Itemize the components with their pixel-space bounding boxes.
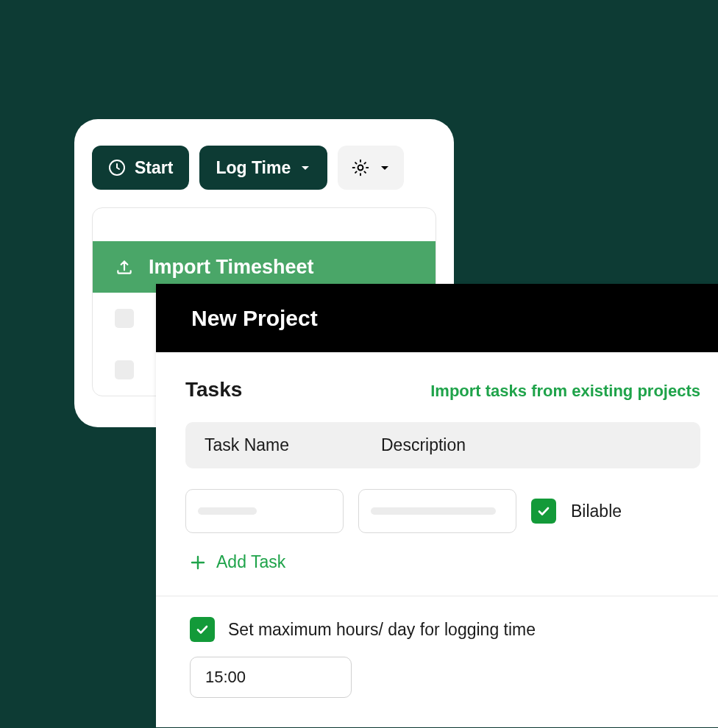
max-hours-row: Set maximum hours/ day for logging time bbox=[185, 617, 700, 642]
max-hours-input[interactable]: 15:00 bbox=[190, 657, 352, 698]
placeholder-bar bbox=[198, 507, 257, 515]
caret-down-icon bbox=[299, 162, 311, 174]
add-task-button[interactable]: Add Task bbox=[190, 549, 700, 575]
billable-label: Bilable bbox=[571, 502, 622, 521]
panel-title: New Project bbox=[191, 306, 318, 331]
billable-checkbox[interactable] bbox=[531, 499, 556, 524]
log-time-button[interactable]: Log Time bbox=[199, 146, 327, 190]
plus-icon bbox=[190, 554, 206, 571]
start-button[interactable]: Start bbox=[92, 146, 189, 190]
max-hours-label: Set maximum hours/ day for logging time bbox=[228, 620, 536, 640]
check-icon bbox=[195, 622, 210, 637]
tasks-header: Tasks Import tasks from existing project… bbox=[185, 378, 700, 402]
placeholder-bar bbox=[371, 507, 496, 515]
upload-icon bbox=[115, 257, 134, 276]
column-task-name: Task Name bbox=[205, 435, 359, 455]
section-divider bbox=[156, 596, 718, 596]
panel-header: New Project bbox=[156, 284, 718, 352]
task-name-input[interactable] bbox=[185, 489, 344, 533]
svg-point-1 bbox=[358, 165, 363, 171]
list-spacer bbox=[93, 208, 436, 241]
max-hours-checkbox[interactable] bbox=[190, 617, 215, 642]
log-time-button-label: Log Time bbox=[216, 158, 291, 178]
new-project-panel: New Project Tasks Import tasks from exis… bbox=[156, 284, 718, 727]
task-description-input[interactable] bbox=[358, 489, 516, 533]
check-icon bbox=[536, 504, 551, 518]
clock-icon bbox=[108, 159, 126, 176]
caret-down-icon bbox=[379, 162, 391, 174]
panel-body: Tasks Import tasks from existing project… bbox=[156, 352, 718, 727]
settings-button[interactable] bbox=[338, 146, 404, 190]
import-tasks-link[interactable]: Import tasks from existing projects bbox=[430, 382, 700, 401]
placeholder-icon bbox=[115, 309, 134, 328]
toolbar: Start Log Time bbox=[74, 119, 454, 190]
tasks-title: Tasks bbox=[185, 378, 242, 402]
gear-icon bbox=[351, 158, 370, 177]
tasks-table-header: Task Name Description bbox=[185, 422, 700, 468]
max-hours-value: 15:00 bbox=[205, 668, 246, 687]
add-task-label: Add Task bbox=[216, 552, 285, 572]
import-timesheet-label: Import Timesheet bbox=[149, 256, 314, 279]
placeholder-icon bbox=[115, 360, 134, 379]
start-button-label: Start bbox=[135, 158, 173, 178]
column-description: Description bbox=[381, 435, 681, 455]
task-row: Bilable bbox=[185, 489, 700, 533]
